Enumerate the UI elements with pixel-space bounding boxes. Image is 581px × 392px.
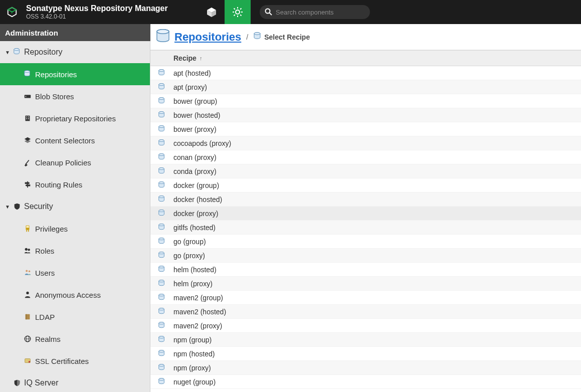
database-icon: [158, 125, 166, 133]
recipe-name: helm (proxy): [173, 280, 213, 288]
recipe-row[interactable]: bower (group): [150, 94, 581, 108]
recipe-row[interactable]: apt (hosted): [150, 66, 581, 80]
recipe-row[interactable]: npm (group): [150, 333, 581, 347]
search-icon: [265, 8, 273, 16]
layers-icon: [24, 136, 32, 144]
recipe-row[interactable]: conda (proxy): [150, 164, 581, 178]
sidebar-section-iq-server[interactable]: IQ Server: [0, 372, 150, 392]
database-icon: [158, 378, 166, 386]
recipe-row[interactable]: docker (group): [150, 178, 581, 192]
database-icon: [158, 252, 166, 260]
recipe-row[interactable]: nuget (group): [150, 375, 581, 389]
recipe-name: bower (proxy): [173, 125, 217, 133]
map-signs-icon: [24, 180, 32, 188]
recipe-row[interactable]: npm (proxy): [150, 361, 581, 375]
sidebar-item-ssl-certificates[interactable]: SSL Certificates: [0, 350, 150, 372]
database-icon: [158, 97, 166, 105]
recipe-row[interactable]: gitlfs (hosted): [150, 221, 581, 235]
sidebar-tree: ▼RepositoryRepositoriesBlob StoresPropri…: [0, 41, 150, 392]
sidebar-section-label: IQ Server: [24, 378, 58, 387]
recipe-name: apt (hosted): [173, 69, 211, 77]
sidebar-item-proprietary-repositories[interactable]: Proprietary Repositories: [0, 107, 150, 129]
sidebar-section-security[interactable]: ▼Security: [0, 195, 150, 218]
admin-section-title: Administration: [0, 24, 150, 41]
top-header: Sonatype Nexus Repository Manager OSS 3.…: [0, 0, 581, 24]
recipe-name: maven2 (group): [173, 294, 223, 302]
recipe-name: conan (proxy): [173, 153, 217, 161]
database-icon: [158, 280, 166, 288]
sidebar-item-cleanup-policies[interactable]: Cleanup Policies: [0, 151, 150, 173]
column-header-recipe[interactable]: Recipe ↑: [173, 54, 202, 62]
recipe-row[interactable]: maven2 (proxy): [150, 319, 581, 333]
recipe-row[interactable]: conan (proxy): [150, 150, 581, 164]
search-input[interactable]: [276, 9, 361, 16]
recipe-row[interactable]: cocoapods (proxy): [150, 136, 581, 150]
broom-icon: [24, 158, 32, 166]
sort-asc-icon: ↑: [200, 55, 203, 61]
recipe-name: npm (proxy): [173, 364, 211, 372]
recipe-row[interactable]: maven2 (group): [150, 291, 581, 305]
recipe-name: maven2 (proxy): [173, 322, 222, 330]
page-header: Repositories / Select Recipe: [150, 24, 581, 50]
database-icon: [158, 153, 166, 161]
recipe-name: go (proxy): [173, 252, 205, 260]
recipe-name: apt (proxy): [173, 83, 207, 91]
recipe-name: docker (group): [173, 181, 219, 189]
brand-block: Sonatype Nexus Repository Manager OSS 3.…: [24, 4, 199, 20]
database-icon: [158, 195, 166, 204]
sidebar-item-label: Anonymous Access: [35, 291, 101, 299]
recipe-name: cocoapods (proxy): [173, 139, 231, 147]
database-icon: [158, 83, 166, 91]
sidebar-item-routing-rules[interactable]: Routing Rules: [0, 173, 150, 195]
building-icon: [24, 114, 32, 122]
chevron-down-icon: ▼: [4, 50, 11, 55]
globe-icon: [24, 335, 32, 343]
recipe-name: bower (hosted): [173, 111, 220, 119]
chevron-down-icon: ▼: [4, 204, 11, 210]
browse-mode-button[interactable]: [199, 0, 225, 24]
database-icon: [158, 224, 166, 232]
recipe-name: docker (hosted): [173, 195, 222, 204]
database-icon: [158, 308, 166, 316]
database-icon: [158, 350, 166, 358]
breadcrumb-label: Select Recipe: [264, 33, 310, 41]
breadcrumb-current: Select Recipe: [253, 32, 310, 42]
admin-mode-button[interactable]: [225, 0, 251, 24]
recipe-row[interactable]: docker (proxy): [150, 207, 581, 221]
sidebar-item-users[interactable]: Users: [0, 262, 150, 284]
sidebar-item-content-selectors[interactable]: Content Selectors: [0, 129, 150, 151]
product-logo: [0, 0, 24, 24]
sidebar-item-ldap[interactable]: LDAP: [0, 306, 150, 328]
main-panel: Repositories / Select Recipe Recipe ↑ ap…: [150, 24, 581, 392]
database-icon: [158, 181, 166, 189]
recipe-row[interactable]: npm (hosted): [150, 347, 581, 361]
sidebar-item-roles[interactable]: Roles: [0, 240, 150, 262]
search-box[interactable]: [260, 5, 370, 19]
recipe-name: npm (group): [173, 336, 212, 344]
recipe-row[interactable]: maven2 (hosted): [150, 305, 581, 319]
users-icon: [24, 247, 32, 255]
hdd-icon: [24, 92, 32, 100]
recipe-row[interactable]: bower (proxy): [150, 122, 581, 136]
sidebar-item-privileges[interactable]: Privileges: [0, 218, 150, 240]
page-title-link[interactable]: Repositories: [174, 31, 241, 44]
sidebar-item-realms[interactable]: Realms: [0, 328, 150, 350]
recipe-row[interactable]: bower (hosted): [150, 108, 581, 122]
sidebar-item-label: Repositories: [35, 70, 77, 79]
sidebar-item-repositories[interactable]: Repositories: [0, 63, 150, 85]
recipe-name: go (group): [173, 238, 206, 246]
recipe-row[interactable]: apt (proxy): [150, 80, 581, 94]
product-version: OSS 3.42.0-01: [26, 13, 190, 20]
recipe-name: conda (proxy): [173, 167, 217, 175]
recipe-row[interactable]: helm (proxy): [150, 277, 581, 291]
sidebar-item-blob-stores[interactable]: Blob Stores: [0, 85, 150, 107]
recipe-row[interactable]: go (group): [150, 235, 581, 249]
sidebar-item-label: Proprietary Repositories: [35, 114, 116, 123]
recipe-row[interactable]: docker (hosted): [150, 192, 581, 207]
sidebar-section-repository[interactable]: ▼Repository: [0, 41, 150, 63]
sidebar-item-label: Blob Stores: [35, 92, 74, 101]
recipe-row[interactable]: helm (hosted): [150, 263, 581, 277]
iq-shield-icon: [13, 379, 21, 387]
sidebar-item-anonymous-access[interactable]: Anonymous Access: [0, 284, 150, 306]
recipe-row[interactable]: go (proxy): [150, 249, 581, 263]
